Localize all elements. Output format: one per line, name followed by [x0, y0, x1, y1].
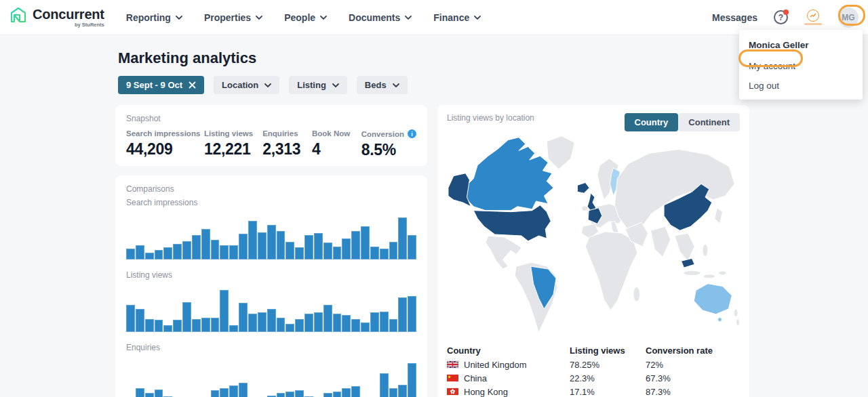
world-choropleth-map[interactable] — [447, 135, 740, 336]
nav-item-finance[interactable]: Finance — [433, 12, 481, 23]
avatar[interactable]: MG — [838, 7, 859, 28]
bar — [173, 320, 182, 332]
map-region-indonesia — [684, 271, 701, 276]
bar — [145, 393, 154, 397]
map-region-japan — [715, 208, 723, 224]
bar — [267, 225, 276, 259]
chart-title-search-impressions: Search impressions — [126, 198, 416, 207]
bar — [342, 315, 351, 332]
toggle-continent-button[interactable]: Continent — [678, 113, 740, 131]
bar — [323, 305, 332, 332]
bar — [398, 297, 407, 332]
messages-link[interactable]: Messages — [712, 12, 757, 23]
stat-conversion: Conversioni 8.5% — [361, 129, 416, 159]
listing-filter[interactable]: Listing — [289, 76, 347, 94]
stat-listing-views: Listing views 12,221 — [204, 129, 262, 159]
bar — [192, 319, 201, 333]
search-impressions-bar-chart — [126, 215, 416, 259]
top-bar-right: Messages ? MG — [712, 7, 868, 28]
bar — [398, 217, 407, 259]
stat-label: Enquiries — [262, 129, 312, 138]
bar — [173, 244, 182, 259]
country-name: United Kingdom — [464, 360, 527, 370]
nav-item-label: Finance — [433, 12, 469, 23]
bar — [163, 325, 172, 332]
conversion-rate-value: 67.3% — [646, 373, 740, 383]
bar — [229, 385, 238, 397]
chevron-down-icon — [264, 83, 271, 87]
map-card-title: Listing views by location — [447, 113, 534, 123]
beds-filter[interactable]: Beds — [357, 76, 408, 94]
bar — [342, 238, 351, 259]
filter-label: Location — [222, 80, 258, 90]
bar — [145, 319, 154, 333]
stat-enquiries: Enquiries 2,313 — [262, 129, 312, 159]
column-header-listing-views: Listing views — [570, 346, 646, 356]
help-icon[interactable]: ? — [774, 10, 788, 24]
stat-book-now: Book Now 4 — [312, 129, 361, 159]
bar — [277, 318, 285, 332]
bar — [361, 226, 370, 259]
listing-views-bar-chart — [126, 288, 416, 332]
bar — [136, 309, 144, 332]
map-region-alaska — [448, 173, 471, 207]
nav-item-people[interactable]: People — [284, 12, 327, 23]
bar — [304, 314, 313, 332]
nav-item-documents[interactable]: Documents — [349, 12, 412, 23]
map-region-africa — [585, 232, 637, 310]
bar — [136, 245, 144, 259]
map-region-canada — [465, 138, 554, 211]
chart-title-enquiries: Enquiries — [126, 343, 416, 352]
bar — [304, 235, 313, 259]
close-icon[interactable] — [189, 81, 196, 89]
bar — [323, 393, 332, 397]
listing-views-value: 22.3% — [570, 373, 646, 383]
bar — [258, 312, 267, 332]
date-range-chip[interactable]: 9 Sept - 9 Oct — [118, 76, 204, 94]
menu-item-my-account[interactable]: My account — [739, 56, 863, 76]
listing-views-value: 17.1% — [570, 387, 646, 397]
toggle-country-button[interactable]: Country — [625, 113, 679, 131]
stat-value: 12,221 — [204, 140, 262, 159]
location-filter[interactable]: Location — [214, 76, 279, 94]
bar — [314, 233, 323, 259]
enquiries-bar-chart — [126, 360, 416, 397]
filter-label: Beds — [365, 80, 387, 90]
bar — [333, 314, 342, 332]
chevron-down-icon — [320, 16, 327, 20]
bar — [211, 318, 220, 332]
bar — [220, 290, 229, 332]
date-range-label: 9 Sept - 9 Oct — [126, 80, 182, 90]
bar — [248, 221, 257, 259]
nav-item-label: People — [284, 12, 315, 23]
conversion-rate-value: 87.3% — [646, 387, 740, 397]
bar — [136, 388, 144, 397]
bar — [220, 245, 229, 259]
bar — [211, 240, 220, 259]
nav-item-reporting[interactable]: Reporting — [126, 12, 182, 23]
china-flag-icon — [447, 374, 458, 382]
bar — [370, 247, 379, 260]
info-icon[interactable]: i — [408, 129, 416, 138]
map-region-malaysia — [682, 258, 695, 268]
menu-item-log-out[interactable]: Log out — [739, 76, 863, 96]
updates-icon[interactable] — [804, 9, 822, 25]
bar — [380, 249, 389, 259]
bar — [295, 247, 304, 259]
bar — [351, 386, 360, 397]
table-row: China 22.3% 67.3% — [447, 371, 740, 385]
updates-chart-icon — [807, 9, 819, 22]
bar — [145, 253, 154, 259]
bar — [285, 392, 294, 397]
column-header-conversion-rate: Conversion rate — [646, 346, 740, 356]
stat-value: 8.5% — [361, 141, 416, 159]
brand-logo[interactable]: Concurrent by StuRents — [9, 7, 104, 28]
nav-item-properties[interactable]: Properties — [204, 12, 262, 23]
bar — [380, 373, 389, 397]
bar — [295, 390, 304, 397]
chevron-down-icon — [256, 16, 262, 20]
map-toggle: Country Continent — [625, 113, 741, 131]
chevron-down-icon — [332, 83, 339, 87]
nav-item-label: Reporting — [126, 12, 171, 23]
stat-value: 2,313 — [262, 140, 312, 159]
